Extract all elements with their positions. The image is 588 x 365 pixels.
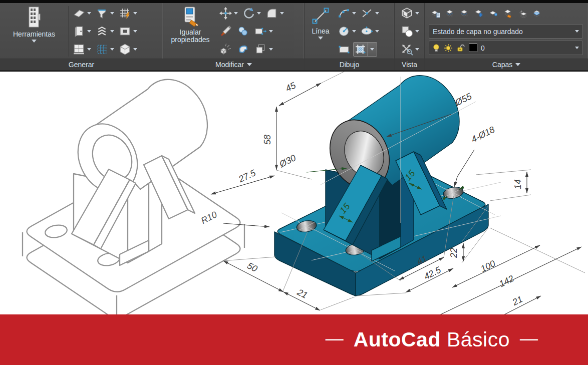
- layer-properties-icon[interactable]: [431, 8, 441, 19]
- hatch-dropdown[interactable]: [367, 43, 377, 56]
- panel-title-vista[interactable]: Vista: [395, 59, 424, 70]
- layer-color-swatch[interactable]: [469, 44, 477, 52]
- rendered-model: [274, 76, 501, 296]
- copy-icon: [236, 25, 250, 38]
- panel-title-modificar[interactable]: Modificar: [163, 59, 304, 70]
- drawing-canvas: 45 58 27.5 Ø30 Ø55 4-Ø18 14 22 41: [0, 72, 588, 314]
- chevron-down-icon[interactable]: [133, 12, 137, 15]
- match-properties-label-1: Igualar: [180, 29, 201, 36]
- rotate-button[interactable]: [240, 6, 262, 21]
- chevron-down-icon[interactable]: [87, 12, 91, 15]
- rectangle-button[interactable]: [336, 42, 352, 57]
- chevron-down-icon[interactable]: [87, 30, 91, 33]
- rotate-icon: [242, 7, 255, 20]
- slab-icon: [72, 7, 86, 20]
- hatch-button[interactable]: [353, 42, 377, 57]
- door-button[interactable]: [71, 24, 93, 39]
- chevron-down-icon[interactable]: [234, 12, 238, 15]
- chevron-down-icon[interactable]: [257, 12, 261, 15]
- grid-blue-button[interactable]: [94, 42, 116, 57]
- dimension-label: 27.5: [236, 168, 257, 185]
- move-icon: [219, 7, 232, 20]
- panel-title-generar[interactable]: Generar: [0, 59, 163, 70]
- herramientas-button[interactable]: Herramientas: [2, 4, 66, 59]
- stairs-button[interactable]: [94, 24, 116, 39]
- slab-button[interactable]: [71, 6, 93, 21]
- layer-on-icon[interactable]: [460, 8, 470, 19]
- shapes-icon: [400, 25, 414, 38]
- chevron-down-icon[interactable]: [318, 37, 323, 40]
- stretch-button[interactable]: [252, 24, 274, 39]
- sun-icon[interactable]: [444, 44, 453, 53]
- circle-button[interactable]: [336, 24, 358, 39]
- panel-title-dibujo[interactable]: Dibujo: [305, 59, 394, 70]
- panel-title-capas[interactable]: Capas: [425, 59, 588, 70]
- box-button[interactable]: [117, 42, 139, 57]
- chevron-down-icon[interactable]: [375, 30, 379, 33]
- erase-button[interactable]: [217, 24, 234, 39]
- herramientas-label: Herramientas: [13, 31, 55, 38]
- ceiling-button[interactable]: [117, 24, 139, 39]
- chevron-down-icon[interactable]: [352, 30, 356, 33]
- explode-button[interactable]: [217, 42, 234, 57]
- building-icon: [26, 6, 43, 29]
- chevron-down-icon[interactable]: [352, 12, 356, 15]
- chevron-down-icon[interactable]: [280, 12, 284, 15]
- match-properties-icon: [181, 6, 199, 27]
- window-button[interactable]: [71, 42, 93, 57]
- line-button[interactable]: Línea: [307, 4, 335, 59]
- chevron-down-icon[interactable]: [375, 12, 379, 15]
- move-button[interactable]: [217, 6, 239, 21]
- layer-delete-icon[interactable]: [503, 8, 513, 19]
- dimension-label: 22: [449, 248, 459, 258]
- intersect-button[interactable]: [359, 6, 381, 21]
- panel-modificar: Igualar propiedades: [163, 3, 305, 70]
- chevron-down-icon[interactable]: [87, 48, 91, 51]
- bulb-on-icon[interactable]: [433, 44, 440, 53]
- intersect-icon: [360, 7, 374, 20]
- layer-off-icon[interactable]: [445, 8, 455, 19]
- trim-button[interactable]: [235, 42, 251, 57]
- layer-freeze-icon[interactable]: [474, 8, 484, 19]
- course-banner: — AutoCad Básico —: [0, 314, 588, 365]
- panel-separator: [68, 6, 69, 57]
- funnel-button[interactable]: [94, 6, 116, 21]
- chevron-down-icon[interactable]: [110, 30, 114, 33]
- ellipse-button[interactable]: [359, 24, 381, 39]
- fillet-button[interactable]: [263, 6, 285, 21]
- chevron-down-icon[interactable]: [110, 12, 114, 15]
- current-layer-label: 0: [481, 44, 485, 52]
- chevron-down-icon[interactable]: [269, 30, 273, 33]
- dimension-label: 142: [497, 273, 515, 289]
- chevron-down-icon[interactable]: [269, 48, 273, 51]
- dimension-label: 45: [284, 80, 298, 94]
- cube-view-button[interactable]: [399, 6, 421, 21]
- match-properties-button[interactable]: Igualar propiedades: [165, 4, 215, 59]
- chevron-down-icon[interactable]: [32, 40, 37, 43]
- erase-icon: [219, 25, 232, 38]
- layer-previous-icon[interactable]: [518, 8, 528, 19]
- panel-title-label: Dibujo: [340, 61, 360, 69]
- chevron-down-icon[interactable]: [415, 12, 419, 15]
- layer-merge-icon[interactable]: [532, 8, 542, 19]
- panel-title-label: Capas: [492, 61, 512, 69]
- array-button[interactable]: [252, 42, 274, 57]
- layer-dropdown[interactable]: 0: [429, 41, 583, 55]
- ribbon: Herramientas: [0, 0, 588, 72]
- chevron-down-icon[interactable]: [415, 48, 419, 51]
- chevron-down-icon[interactable]: [415, 30, 419, 33]
- unlock-icon[interactable]: [457, 44, 465, 53]
- window-icon: [72, 43, 86, 56]
- dimension-label: 21: [295, 287, 309, 300]
- arc-button[interactable]: [336, 6, 358, 21]
- chevron-down-icon[interactable]: [133, 48, 137, 51]
- layer-isolate-icon[interactable]: [489, 8, 499, 19]
- layer-state-dropdown[interactable]: Estado de capa no guardado: [429, 24, 583, 39]
- dimension-label: 50: [245, 260, 259, 274]
- copy-button[interactable]: [235, 24, 251, 39]
- grid-bolt-button[interactable]: [117, 6, 139, 21]
- shapes-button[interactable]: [399, 24, 421, 39]
- chevron-down-icon[interactable]: [133, 30, 137, 33]
- pan-zoom-button[interactable]: [399, 42, 421, 57]
- chevron-down-icon[interactable]: [110, 48, 114, 51]
